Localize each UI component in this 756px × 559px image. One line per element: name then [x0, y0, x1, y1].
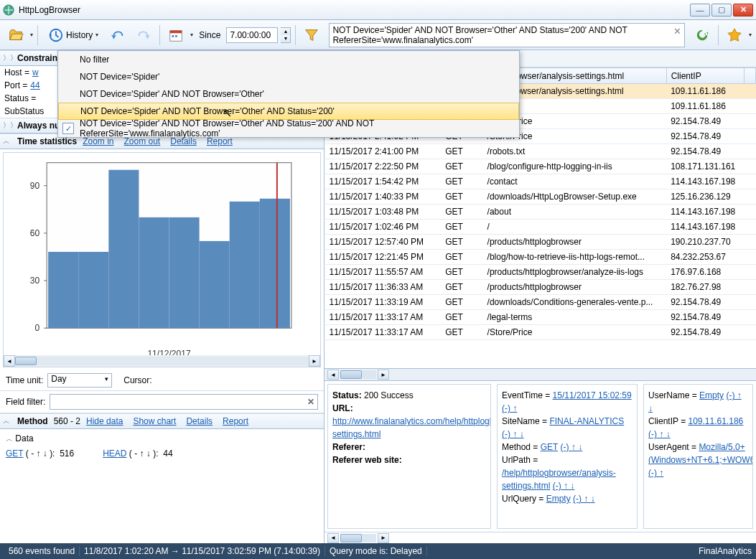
svg-rect-19: [169, 217, 200, 328]
status-events: 560 events found: [4, 546, 80, 556]
chart-hscroll[interactable]: ◄ ►: [4, 355, 320, 367]
toolbar: ▾ History ▾ ▾ Since ▲▼ NOT Device='Spide…: [0, 20, 756, 50]
table-row[interactable]: 11/15/2017 11:33:17 AMGET/Store/Price92.…: [325, 325, 756, 340]
detail-summary-pane: Status: 200 Success URL: http://www.fina…: [327, 384, 491, 529]
filter-expression-box[interactable]: NOT Device='Spider' AND NOT Browser='Oth…: [329, 23, 685, 47]
svg-rect-21: [230, 202, 260, 328]
svg-rect-17: [108, 170, 139, 329]
history-item[interactable]: NOT Device='Spider': [58, 68, 519, 85]
svg-text:60: 60: [30, 228, 40, 238]
method-header[interactable]: ︿ Method 560 - 2 Hide data Show chart De…: [0, 413, 324, 429]
history-dropdown-icon: ▾: [95, 32, 98, 38]
svg-text:30: 30: [30, 276, 40, 286]
time-unit-select[interactable]: Day: [47, 373, 112, 387]
scroll-right-icon[interactable]: ►: [378, 533, 389, 543]
table-row[interactable]: 11/15/2017 2:22:50 PMGET/blog/configure-…: [325, 159, 756, 174]
scroll-left-icon[interactable]: ◄: [4, 355, 15, 367]
redo-button[interactable]: [132, 24, 155, 46]
scroll-left-icon[interactable]: ◄: [327, 370, 339, 380]
status-brand: FinalAnalytics: [699, 546, 752, 556]
detail-fields-pane-1: EventTime = 15/11/2017 15:02:59 (-) ↑Sit…: [497, 384, 638, 529]
table-row[interactable]: 11/15/2017 12:57:40 PMGET/products/httpl…: [325, 235, 756, 250]
favorites-button[interactable]: [723, 24, 746, 46]
collapse-icon: ︿: [3, 416, 11, 426]
method-counts: 560 - 2: [54, 416, 80, 426]
collapse-icon: ︿: [3, 136, 11, 146]
titlebar: HttpLogBrowser — ▢ ✕: [0, 0, 756, 20]
history-label: History: [66, 30, 93, 40]
scroll-right-icon[interactable]: ►: [309, 355, 320, 367]
app-icon: [3, 4, 14, 16]
time-unit-label: Time unit:: [6, 375, 43, 385]
cursor-label: Cursor:: [123, 375, 151, 385]
show-chart-link[interactable]: Show chart: [133, 416, 176, 426]
collapse-icon: ︿: [6, 435, 13, 443]
close-button[interactable]: ✕: [733, 4, 753, 17]
svg-text:0: 0: [34, 323, 39, 333]
collapse-icon: 〉〉: [3, 121, 11, 131]
field-filter-input[interactable]: ✕: [50, 394, 318, 410]
svg-rect-20: [200, 241, 230, 328]
table-row[interactable]: 11/15/2017 11:36:33 AMGET/products/httpl…: [325, 280, 756, 295]
history-item[interactable]: No filter: [58, 51, 519, 68]
history-item[interactable]: ✓NOT Device='Spider' AND NOT Browser='Ot…: [58, 120, 519, 137]
check-icon: ✓: [62, 123, 74, 134]
details-link[interactable]: Details: [186, 416, 213, 426]
minimize-button[interactable]: —: [690, 4, 710, 17]
hide-data-link[interactable]: Hide data: [86, 416, 123, 426]
filter-expression-text: NOT Device='Spider' AND NOT Browser='Oth…: [332, 25, 627, 45]
svg-rect-5: [175, 35, 177, 37]
scroll-right-icon[interactable]: ►: [378, 370, 389, 380]
table-row[interactable]: 11/15/2017 12:21:45 PMGET/blog/how-to-re…: [325, 250, 756, 265]
undo-button[interactable]: [106, 24, 129, 46]
table-row[interactable]: 11/15/2017 1:03:48 PMGET/about114.143.16…: [325, 205, 756, 220]
grid-hscroll[interactable]: ◄ ►: [325, 369, 756, 380]
table-row[interactable]: 11/15/2017 1:54:42 PMGET/contact114.143.…: [325, 174, 756, 189]
svg-rect-15: [48, 252, 78, 328]
col-extra[interactable]: [744, 68, 755, 84]
svg-rect-3: [170, 30, 182, 33]
table-row[interactable]: 11/15/2017 11:33:19 AMGET/downloads/Cond…: [325, 295, 756, 310]
open-button[interactable]: [4, 24, 27, 46]
detail-hscroll[interactable]: ◄ ►: [325, 532, 756, 543]
clear-icon[interactable]: ✕: [307, 397, 314, 407]
data-label: Data: [15, 433, 33, 443]
detail-fields-pane-2: UserName = Empty (-) ↑ ↓ClientIP = 109.1…: [643, 384, 753, 529]
statusbar: 560 events found 11/8/2017 1:02:20 AM → …: [0, 543, 756, 559]
date-range-button[interactable]: [164, 24, 187, 46]
history-item[interactable]: NOT Device='Spider' AND NOT Browser='Oth…: [58, 85, 519, 103]
table-row[interactable]: 11/15/2017 1:40:33 PMGET/downloads/HttpL…: [325, 189, 756, 205]
open-dropdown-icon[interactable]: ▾: [30, 32, 33, 38]
since-time-input[interactable]: [226, 27, 278, 43]
table-row[interactable]: 11/15/2017 1:02:46 PMGET/114.143.167.198: [325, 220, 756, 235]
maximize-button[interactable]: ▢: [711, 4, 732, 17]
history-button[interactable]: History ▾: [42, 24, 103, 46]
time-spinner[interactable]: ▲▼: [281, 27, 291, 43]
time-chart: 0 30 60 90: [3, 152, 321, 367]
history-item[interactable]: NOT Device='Spider' AND NOT Browser='Oth…: [58, 103, 519, 120]
method-get-link[interactable]: GET: [6, 448, 23, 459]
collapse-icon: 〉〉: [3, 53, 11, 63]
window-title: HttpLogBrowser: [19, 5, 690, 15]
status-range: 11/8/2017 1:02:20 AM → 11/15/2017 3:02:5…: [80, 546, 325, 556]
svg-rect-18: [139, 217, 169, 328]
table-row[interactable]: 11/15/2017 11:55:57 AMGET/products/httpl…: [325, 265, 756, 280]
col-clientip[interactable]: ClientIP: [666, 68, 744, 84]
favorites-dropdown-icon[interactable]: ▾: [749, 32, 752, 38]
history-dropdown-menu: No filter NOT Device='Spider' NOT Device…: [57, 50, 520, 138]
table-row[interactable]: 11/15/2017 2:41:00 PMGET/robots.txt92.15…: [325, 144, 756, 159]
scroll-left-icon[interactable]: ◄: [327, 533, 339, 543]
url-link[interactable]: http://www.finalanalytics.com/help/httpl…: [332, 416, 491, 439]
constraint-value[interactable]: w: [32, 67, 39, 77]
table-row[interactable]: 11/15/2017 11:33:17 AMGET/legal-terms92.…: [325, 310, 756, 325]
time-stats-title: Time statistics: [17, 136, 77, 146]
svg-text:90: 90: [30, 181, 40, 191]
clear-filter-icon[interactable]: ✕: [673, 27, 681, 37]
status-query: Query mode is: Delayed: [325, 546, 427, 556]
refresh-button[interactable]: [691, 24, 714, 46]
date-range-dropdown-icon[interactable]: ▾: [190, 32, 193, 38]
report-link[interactable]: Report: [223, 416, 248, 426]
filter-funnel-button[interactable]: [300, 24, 323, 46]
method-head-link[interactable]: HEAD: [103, 448, 126, 459]
constraint-value[interactable]: 44: [30, 80, 39, 90]
